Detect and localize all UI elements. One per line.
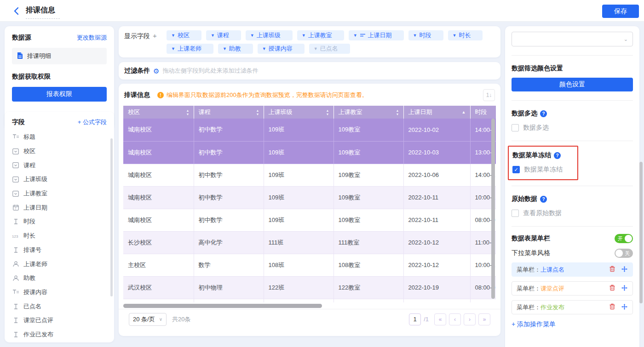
current-page-input[interactable]: 1 xyxy=(409,313,421,325)
field-item-2[interactable]: 校区 xyxy=(12,144,107,159)
column-header-上课班级[interactable]: 上课班级▲▼ xyxy=(264,106,334,119)
field-item-9[interactable]: 排课号 xyxy=(12,243,107,257)
display-field-chip-9[interactable]: ▼助教 xyxy=(218,44,253,54)
change-datasource-link[interactable]: 更改数据源 xyxy=(77,34,107,42)
display-field-chip-5[interactable]: ▼上课日期 xyxy=(349,30,404,40)
table-horizontal-scrollbar[interactable] xyxy=(123,304,322,308)
text-icon xyxy=(12,332,19,337)
column-header-上课日期[interactable]: 上课日期▲ xyxy=(403,106,470,119)
field-item-1[interactable]: 标题 xyxy=(12,130,107,144)
multi-select-checkbox-row[interactable]: 数据多选 xyxy=(512,124,633,132)
display-field-chip-8[interactable]: ▼上课老师 xyxy=(167,44,213,54)
field-item-14[interactable]: 课堂已点评 xyxy=(12,313,107,328)
column-header-校区[interactable]: 校区▲▼ xyxy=(123,106,194,119)
caret-down-icon: ▼ xyxy=(223,47,227,51)
datasource-title: 数据源 xyxy=(12,34,31,42)
last-page-button[interactable]: » xyxy=(478,313,490,325)
menu-item-课堂点评[interactable]: 菜单栏：课堂点评 xyxy=(512,281,633,296)
display-field-chip-11[interactable]: ▼已点名 xyxy=(309,44,350,54)
move-icon[interactable] xyxy=(621,303,628,312)
column-header-课程[interactable]: 课程▲▼ xyxy=(194,106,264,119)
menu-freeze-checkbox-row[interactable]: ✓ 数据菜单冻结 xyxy=(512,165,574,174)
datasource-item[interactable]: 排课明细 xyxy=(12,48,107,64)
dropdown-style-toggle-off[interactable]: 关 xyxy=(615,249,633,258)
fields-scrollbar[interactable] xyxy=(110,138,113,296)
sort-both-icon[interactable]: ▲▼ xyxy=(186,109,190,116)
raw-data-checkbox-row[interactable]: 查看原始数据 xyxy=(512,209,633,217)
window-scrollbar[interactable] xyxy=(639,162,643,303)
menu-item-上课点名[interactable]: 菜单栏：上课点名 xyxy=(512,262,633,277)
menu-item-作业发布[interactable]: 菜单栏：作业发布 xyxy=(512,300,633,314)
divider xyxy=(512,100,633,101)
field-item-5[interactable]: 上课教室 xyxy=(12,187,107,201)
help-icon[interactable]: ? xyxy=(554,152,561,159)
table-row[interactable]: 长沙校区高中化学111班111教室2022-10-1211:00-1 xyxy=(123,231,496,254)
table-row[interactable]: 主校区数学108班108教室2022-10-1210:00-1 xyxy=(123,254,496,276)
pagination-bar: 20 条/页∨ 共20条 1 /1 « ‹ › » xyxy=(119,309,500,329)
field-item-11[interactable]: 助教 xyxy=(12,271,107,285)
display-field-chip-7[interactable]: ▼时长 xyxy=(448,30,483,40)
menubar-toggle-on[interactable]: 开 xyxy=(615,234,633,243)
field-item-10[interactable]: 上课老师 xyxy=(12,257,107,271)
help-icon[interactable]: ? xyxy=(540,110,547,117)
field-item-15[interactable]: 作业已发布 xyxy=(12,328,107,342)
color-settings-button[interactable]: 颜色设置 xyxy=(512,78,633,91)
table-row[interactable]: 武汉校区初中物理122班122教室2022-10-1908:00-0 xyxy=(123,276,496,299)
trash-icon[interactable] xyxy=(609,266,615,273)
field-item-7[interactable]: 时段 xyxy=(12,215,107,229)
add-formula-field-link[interactable]: + 公式字段 xyxy=(78,118,107,126)
checkbox-unchecked[interactable] xyxy=(512,210,519,217)
sort-asc-icon[interactable]: ▲ xyxy=(462,110,466,114)
add-display-field-button[interactable]: + xyxy=(153,32,157,40)
help-icon[interactable]: ? xyxy=(540,196,547,203)
move-icon[interactable] xyxy=(621,284,628,293)
display-field-chip-3[interactable]: ▼上课班级 xyxy=(246,30,293,40)
sort-both-icon[interactable]: ▲▼ xyxy=(326,109,329,116)
menu-item-list: 菜单栏：上课点名菜单栏：课堂点评菜单栏：作业发布 xyxy=(512,262,633,314)
page-size-select[interactable]: 20 条/页∨ xyxy=(129,313,167,326)
style-select[interactable]: ⌄ xyxy=(512,32,633,46)
move-icon[interactable] xyxy=(621,266,628,274)
save-button[interactable]: 保存 xyxy=(602,5,639,18)
field-item-8[interactable]: 123时长 xyxy=(12,229,107,243)
back-icon[interactable] xyxy=(12,6,21,16)
field-item-13[interactable]: 已点名 xyxy=(12,299,107,313)
display-field-chip-4[interactable]: ▼上课教室 xyxy=(297,30,344,40)
trash-icon[interactable] xyxy=(609,303,615,311)
add-action-menu-link[interactable]: + 添加操作菜单 xyxy=(512,320,633,329)
field-item-3[interactable]: 课程 xyxy=(12,158,107,172)
sort-both-icon[interactable]: ▲▼ xyxy=(396,109,399,116)
field-item-6[interactable]: 7上课日期 xyxy=(12,200,107,215)
gear-icon[interactable]: ⚙ xyxy=(153,68,159,74)
checkbox-unchecked[interactable] xyxy=(512,124,519,131)
sort-order-tool-icon[interactable]: 1↓ xyxy=(483,89,495,101)
table-row[interactable]: 城南校区初中数学109班109教室2022-10-0313:00-1 xyxy=(123,141,496,164)
table-row[interactable]: 城南校区初中数学109班109教室2022-10-0614:00-1 xyxy=(123,164,496,186)
first-page-button[interactable]: « xyxy=(434,313,446,325)
report-permission-button[interactable]: 报表权限 xyxy=(12,87,107,102)
table-row[interactable]: 城南校区初中数学109班109教室2022-10-1110:00-1 xyxy=(123,186,496,209)
display-field-chip-1[interactable]: ▼校区 xyxy=(167,30,201,40)
table-cell: 2022-10-03 xyxy=(403,141,470,164)
filter-bar[interactable]: 过滤条件 ⚙ 拖动左侧字段到此处来添加过滤条件 xyxy=(119,62,500,80)
field-item-4[interactable]: 上课班级 xyxy=(12,172,107,187)
table-row[interactable]: 城南校区初中数学109班109教室2022-10-1108:00-0 xyxy=(123,209,496,231)
sort-both-icon[interactable]: ▲▼ xyxy=(256,109,259,116)
field-item-12[interactable]: 授课内容 xyxy=(12,285,107,300)
display-field-chip-6[interactable]: ▼时段 xyxy=(408,30,443,40)
trash-icon[interactable] xyxy=(609,284,615,292)
display-field-chip-2[interactable]: ▼课程 xyxy=(206,30,241,40)
prev-page-button[interactable]: ‹ xyxy=(449,313,461,325)
table-row[interactable]: 城南校区初中数学109班109教室2022-10-0214:00-1 xyxy=(123,119,496,141)
checkbox-checked[interactable]: ✓ xyxy=(512,166,520,173)
svg-text:7: 7 xyxy=(15,207,17,210)
next-page-button[interactable]: › xyxy=(464,313,476,325)
column-header-上课教室[interactable]: 上课教室▲▼ xyxy=(334,106,403,119)
table-cell: 111教室 xyxy=(334,231,403,254)
display-field-chip-10[interactable]: ▼授课内容 xyxy=(258,44,305,54)
column-header-时段[interactable]: 时段 xyxy=(470,106,496,119)
table-vertical-scrollbar[interactable] xyxy=(491,119,495,299)
table-cell: 城南校区 xyxy=(123,209,194,231)
sort-lines-icon xyxy=(360,32,366,39)
caret-down-icon: ▼ xyxy=(250,34,254,38)
